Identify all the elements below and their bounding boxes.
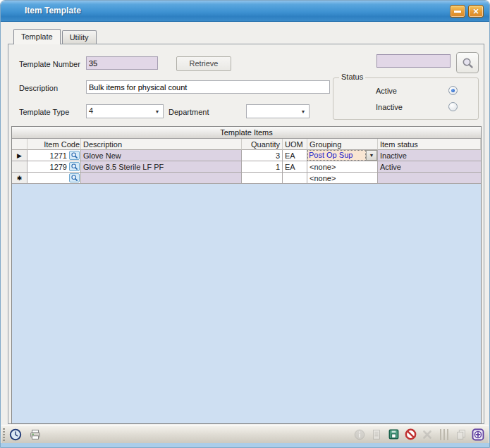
print-button[interactable] [27, 427, 43, 442]
grouping-value[interactable]: Post Op Sup [307, 150, 366, 161]
printer-icon [29, 428, 42, 441]
item-template-window: Item Template ✕ Template Utility Templat… [0, 0, 490, 448]
item-code-value: 1271 [29, 151, 69, 160]
item-status-cell[interactable]: Active [378, 161, 481, 173]
item-lookup-button[interactable] [69, 151, 80, 160]
item-code-cell[interactable] [27, 173, 81, 184]
quantity-cell[interactable]: 3 [242, 150, 283, 161]
active-radio-label: Active [376, 87, 397, 95]
exit-icon [471, 428, 485, 442]
copy-icon [455, 428, 467, 441]
minimize-button[interactable] [450, 5, 465, 18]
clock-button[interactable] [8, 427, 23, 442]
document-button[interactable] [369, 427, 384, 442]
description-cell[interactable] [81, 173, 242, 184]
delete-x-icon [421, 428, 434, 441]
row-selector-header [12, 139, 27, 150]
retrieve-button[interactable]: Retrieve [176, 56, 231, 71]
item-code-value: 1279 [29, 163, 69, 171]
chevron-down-icon: ▼ [152, 105, 163, 118]
cancel-icon [404, 428, 417, 441]
search-icon [71, 174, 78, 182]
row-selector[interactable] [12, 161, 27, 173]
close-button[interactable]: ✕ [468, 5, 484, 18]
clock-icon [9, 428, 22, 441]
uom-cell[interactable]: EA [283, 161, 307, 173]
item-lookup-button[interactable] [69, 173, 80, 182]
item-status-cell[interactable] [378, 173, 481, 184]
search-icon [71, 163, 78, 170]
statusbar [1, 425, 489, 443]
statusbar-right-buttons [352, 427, 489, 442]
column-header-quantity[interactable]: Quantity [242, 139, 283, 150]
search-icon [71, 151, 78, 159]
quantity-cell[interactable]: 1 [242, 161, 283, 173]
status-groupbox: Status Active Inactive [333, 77, 479, 120]
grid-caption: Template Items [12, 127, 481, 139]
chevron-down-icon: ▼ [298, 105, 309, 118]
window-title: Item Template [25, 6, 81, 15]
save-icon [387, 428, 400, 441]
table-row: ▶ 1271 Glove New 3 EA [12, 150, 481, 161]
save-button[interactable] [386, 427, 401, 442]
template-number-field[interactable] [86, 56, 158, 70]
minimize-icon [454, 11, 461, 13]
exit-button[interactable] [470, 427, 486, 442]
template-type-label: Template Type [19, 108, 69, 116]
window-content: Template Utility Template Number Retriev… [4, 22, 486, 425]
table-row: 1279 Glove 8.5 Sterile LF PF 1 EA <none>… [12, 161, 481, 173]
tab-utility[interactable]: Utility [62, 30, 97, 44]
column-header-item-status[interactable]: Item status [378, 139, 481, 150]
item-code-cell[interactable]: 1279 [27, 161, 81, 173]
search-input[interactable] [376, 54, 451, 68]
description-cell[interactable]: Glove 8.5 Sterile LF PF [81, 161, 242, 173]
inactive-radio-label: Inactive [376, 103, 403, 111]
window-bottom-border [1, 443, 489, 447]
table-row-new: ✱ <none> [12, 173, 481, 184]
column-header-item-code[interactable]: Item Code [27, 139, 81, 150]
item-code-cell[interactable]: 1271 [27, 150, 81, 161]
status-group-label: Status [339, 73, 365, 81]
description-cell[interactable]: Glove New [81, 150, 242, 161]
statusbar-separator [440, 429, 448, 440]
titlebar: Item Template ✕ [1, 1, 489, 22]
tab-template[interactable]: Template [13, 29, 61, 44]
template-type-combo[interactable]: 4 ▼ [86, 104, 164, 118]
department-value [247, 105, 298, 118]
grouping-cell[interactable]: Post Op Sup ▼ [307, 150, 378, 161]
description-field[interactable] [86, 80, 330, 94]
column-header-grouping[interactable]: Grouping [307, 139, 378, 150]
uom-cell[interactable] [283, 173, 307, 184]
item-lookup-button[interactable] [69, 162, 80, 171]
description-label: Description [19, 84, 58, 92]
new-row-icon[interactable]: ✱ [12, 173, 27, 184]
chevron-down-icon[interactable]: ▼ [366, 150, 377, 161]
column-header-uom[interactable]: UOM [283, 139, 307, 150]
copy-button[interactable] [453, 427, 469, 442]
search-icon [461, 56, 474, 70]
department-label: Department [169, 108, 209, 116]
current-row-icon[interactable]: ▶ [12, 150, 27, 161]
delete-button[interactable] [419, 427, 435, 442]
item-status-cell[interactable]: Inactive [378, 150, 481, 161]
document-icon [370, 428, 383, 441]
grid-header-row: Item Code Description Quantity UOM Group… [12, 139, 481, 150]
uom-cell[interactable]: EA [283, 150, 307, 161]
tabstrip: Template Utility [13, 29, 98, 44]
titlebar-buttons: ✕ [450, 5, 484, 18]
inactive-radio[interactable] [448, 102, 458, 111]
column-header-description[interactable]: Description [81, 139, 242, 150]
cancel-button[interactable] [403, 427, 418, 442]
search-button[interactable] [456, 52, 479, 73]
quantity-cell[interactable] [242, 173, 283, 184]
active-radio[interactable] [448, 86, 458, 95]
template-type-value: 4 [87, 105, 152, 118]
info-button[interactable] [352, 427, 367, 442]
grouping-cell[interactable]: <none> [307, 173, 378, 184]
statusbar-gripper[interactable] [3, 428, 5, 441]
department-combo[interactable]: ▼ [246, 104, 310, 118]
grouping-cell[interactable]: <none> [307, 161, 378, 173]
template-items-grid: Template Items Item Code Description Qua… [11, 126, 482, 424]
info-icon [353, 428, 366, 441]
template-tab-page: Template Number Retrieve Description Sta… [8, 44, 484, 424]
